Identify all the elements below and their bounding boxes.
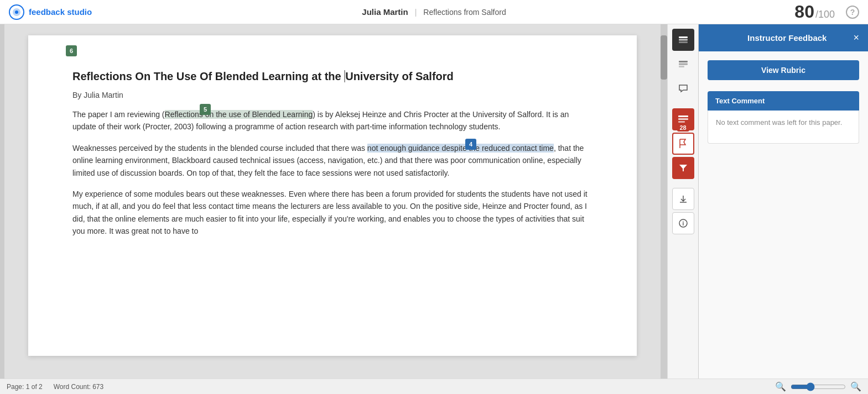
right-panel: Instructor Feedback × View Rubric Text C… [698, 24, 868, 379]
word-count: Word Count: 673 [54, 383, 104, 391]
panel-body: View Rubric Text Comment No text comment… [699, 51, 868, 379]
flag-icon [679, 139, 688, 149]
paragraph-1: The paper I am reviewing (Reflections on… [72, 108, 592, 133]
flag-tool-button[interactable] [672, 133, 694, 155]
filter-icon [679, 164, 688, 172]
filter-tool-button[interactable] [672, 157, 694, 179]
paper-title-text-2: University of Salford [345, 70, 454, 82]
paragraph-2: Weaknesses perceived by the students in … [72, 142, 592, 179]
logo: feedback studio [9, 4, 92, 20]
zoom-slider[interactable] [791, 382, 846, 391]
speech-icon [678, 83, 689, 94]
document-area[interactable]: 6 Reflections On The Use Of Blended Lear… [4, 24, 661, 379]
para2-highlight: not enough guidance despite the reduced … [367, 144, 554, 153]
zoom-area: 🔍 🔍 [775, 381, 861, 392]
zoom-out-icon[interactable]: 🔍 [775, 381, 786, 392]
panel-header: Instructor Feedback × [699, 24, 868, 51]
info-icon: i [679, 219, 688, 228]
score-number: 80 [794, 2, 814, 22]
footer-left: Page: 1 of 2 Word Count: 673 [7, 383, 103, 391]
annotation-badge-6[interactable]: 6 [66, 45, 77, 56]
badge-6-container: 6 [66, 45, 77, 57]
layers-icon [678, 34, 689, 45]
main-content: 6 Reflections On The Use Of Blended Lear… [0, 24, 868, 379]
download-tool-button[interactable] [672, 188, 694, 210]
download-icon [679, 195, 688, 203]
svg-rect-9 [678, 115, 688, 117]
svg-rect-10 [678, 118, 688, 120]
scrollbar[interactable] [661, 24, 667, 379]
help-icon[interactable]: ? [846, 6, 859, 19]
view-rubric-button[interactable]: View Rubric [708, 60, 859, 80]
paper-title-text-1: Reflections On The Use Of Blended Learni… [72, 70, 344, 82]
document-info: Julia Martin | Reflections from Salford [362, 7, 506, 17]
student-name: Julia Martin [362, 7, 408, 17]
para1-pre: The paper I am reviewing ( [72, 110, 165, 119]
layers-tool-button[interactable] [672, 29, 694, 51]
score-area: 80 /100 [794, 2, 835, 22]
paper-title: Reflections On The Use Of Blended Learni… [72, 69, 592, 84]
svg-rect-3 [679, 36, 688, 38]
paragraph-3: My experience of some modules bears out … [72, 188, 592, 238]
rubric-tool-wrapper: 28 [672, 108, 694, 130]
text-comment-body: No text comment was left for this paper. [708, 111, 859, 144]
svg-rect-4 [679, 39, 688, 41]
svg-point-2 [15, 10, 18, 14]
svg-text:i: i [682, 220, 684, 227]
score-total: /100 [815, 9, 835, 20]
sidebar-tools: 28 i [667, 24, 698, 379]
info-tool-button[interactable]: i [672, 212, 694, 234]
scrollbar-thumb[interactable] [661, 35, 667, 80]
svg-rect-11 [678, 121, 685, 123]
doc-title: Reflections from Salford [423, 8, 506, 17]
paper-author: By Julia Martin [72, 91, 592, 99]
comments-icon [678, 59, 689, 70]
speech-tool-button[interactable] [672, 77, 694, 99]
left-edge [0, 24, 4, 379]
panel-close-button[interactable]: × [853, 32, 859, 44]
para1-highlight: Reflections on the use of Blended Learni… [165, 110, 313, 119]
svg-marker-12 [679, 165, 687, 171]
text-comment-header: Text Comment [708, 91, 859, 111]
logo-text: feedback studio [29, 7, 92, 17]
svg-rect-8 [679, 66, 684, 67]
zoom-in-icon[interactable]: 🔍 [850, 381, 861, 392]
page-info: Page: 1 of 2 [7, 383, 43, 391]
footer: Page: 1 of 2 Word Count: 673 🔍 🔍 [0, 379, 868, 394]
document-page: 6 Reflections On The Use Of Blended Lear… [28, 35, 637, 356]
app-header: feedback studio Julia Martin | Reflectio… [0, 0, 868, 24]
logo-icon [9, 4, 24, 20]
comments-tool-button[interactable] [672, 53, 694, 75]
annotation-badge-4[interactable]: 4 [465, 139, 476, 150]
svg-rect-7 [679, 64, 688, 65]
svg-rect-6 [679, 61, 688, 62]
para2-pre: Weaknesses perceived by the students in … [72, 144, 367, 153]
svg-rect-5 [679, 41, 688, 43]
panel-title: Instructor Feedback [747, 33, 827, 43]
rubric-icon [678, 115, 689, 124]
annotation-badge-5[interactable]: 5 [200, 104, 211, 115]
para1-mid: ) is by Aleksej Heinze and Chris Procter [313, 110, 449, 119]
rubric-count: 28 [677, 124, 689, 132]
